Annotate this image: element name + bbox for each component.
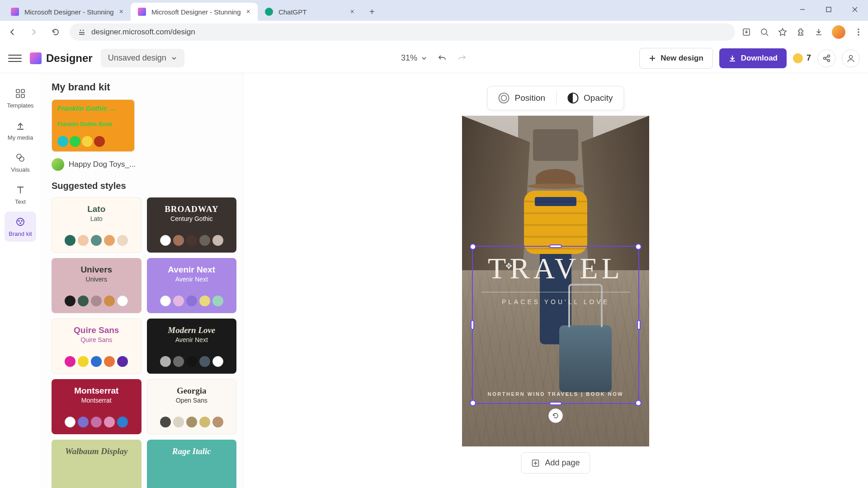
style-swatches	[65, 356, 128, 367]
swatch	[104, 296, 115, 306]
browser-tab[interactable]: Microsoft Designer - Stunning ×	[4, 3, 131, 21]
style-card[interactable]: Rage Italic	[147, 440, 237, 488]
add-page-button[interactable]: Add page	[521, 452, 590, 474]
text-icon	[14, 184, 26, 196]
extensions-icon[interactable]	[796, 27, 806, 37]
rotate-handle[interactable]	[548, 408, 563, 423]
install-app-icon[interactable]	[741, 27, 751, 37]
design-canvas[interactable]: TRAVEL PLACES YOU'LL LOVE NORTHERN WIND …	[462, 116, 649, 446]
credits-badge[interactable]: 7	[793, 53, 811, 63]
resize-handle-br[interactable]	[635, 400, 642, 406]
kebab-menu-icon[interactable]	[854, 27, 863, 37]
new-design-button[interactable]: New design	[639, 48, 712, 69]
resize-handle-tl[interactable]	[470, 244, 476, 250]
button-label: Add page	[545, 458, 580, 468]
brand-kit-row[interactable]: Happy Dog Toys_...	[52, 158, 236, 171]
maximize-button[interactable]	[816, 0, 842, 19]
opacity-button[interactable]: Opacity	[557, 86, 623, 110]
close-icon[interactable]: ×	[350, 8, 354, 16]
svg-point-25	[19, 157, 24, 161]
style-card[interactable]: UniversUnivers	[52, 258, 142, 313]
panel-title: My brand kit	[52, 81, 236, 93]
account-button[interactable]	[842, 49, 860, 67]
design-name-dropdown[interactable]: Unsaved design	[101, 49, 184, 67]
canvas-area[interactable]: Position Opacity TRAVEL	[243, 73, 868, 488]
resize-handle-tr[interactable]	[635, 244, 642, 250]
rail-templates[interactable]: Templates	[5, 83, 36, 113]
close-window-button[interactable]	[842, 0, 868, 19]
style-font-secondary: Lato	[90, 215, 103, 222]
style-card[interactable]: BROADWAYCentury Gothic	[147, 197, 237, 253]
url-field[interactable]: designer.microsoft.com/design	[70, 23, 735, 41]
new-tab-button[interactable]: +	[365, 5, 379, 19]
swatch	[57, 136, 68, 147]
style-card[interactable]: Modern LoveAvenir Next	[147, 319, 237, 374]
resize-handle-tm[interactable]	[549, 244, 562, 248]
rail-my-media[interactable]: My media	[5, 115, 36, 145]
svg-rect-1	[826, 7, 831, 12]
browser-tab[interactable]: ChatGPT ×	[258, 3, 362, 21]
style-card[interactable]: Quire SansQuire Sans	[52, 319, 142, 374]
style-card[interactable]: Walbaum Display	[52, 440, 142, 488]
swatch	[117, 296, 128, 306]
bookmark-icon[interactable]	[778, 27, 788, 37]
share-button[interactable]	[817, 49, 835, 67]
swatch	[91, 296, 102, 306]
close-icon[interactable]: ×	[246, 8, 250, 16]
svg-point-9	[761, 29, 767, 34]
rail-label: Brand kit	[9, 230, 32, 237]
style-card[interactable]: Avenir NextAvenir Next	[147, 258, 237, 313]
back-button[interactable]	[5, 24, 20, 40]
designer-logo[interactable]: Designer	[30, 52, 93, 65]
position-button[interactable]: Position	[487, 86, 556, 110]
svg-rect-20	[16, 89, 19, 93]
swatch	[78, 235, 89, 246]
chatgpt-favicon-icon	[265, 8, 273, 16]
style-swatches	[65, 296, 128, 306]
profile-avatar[interactable]	[832, 25, 845, 39]
style-swatches	[160, 417, 223, 427]
minimize-button[interactable]	[789, 0, 816, 19]
redo-button[interactable]	[457, 53, 467, 63]
close-icon[interactable]: ×	[119, 8, 123, 16]
style-card[interactable]: MontserratMontserrat	[52, 379, 142, 434]
download-button[interactable]: Download	[719, 48, 787, 68]
url-text: designer.microsoft.com/design	[91, 28, 195, 37]
svg-rect-23	[21, 94, 24, 98]
tab-bar: Microsoft Designer - Stunning × Microsof…	[0, 0, 868, 21]
resize-handle-mr[interactable]	[637, 320, 641, 330]
rail-brand-kit[interactable]: Brand kit	[5, 211, 36, 242]
swatch	[117, 356, 128, 367]
swatch	[65, 235, 75, 246]
style-card[interactable]: LatoLato	[52, 197, 142, 253]
rail-text[interactable]: Text	[5, 179, 36, 210]
rail-visuals[interactable]: Visuals	[5, 147, 36, 178]
site-info-icon[interactable]	[78, 28, 86, 36]
swatch	[212, 235, 223, 246]
brand-kit-card[interactable]: Franklin Gothic … Franklin Gothic Book	[52, 99, 135, 152]
zoom-dropdown[interactable]: 31%	[401, 53, 427, 63]
app-header: Designer Unsaved design 31% New design D…	[0, 43, 868, 73]
kit-thumbnail-icon	[52, 158, 64, 171]
credits-count: 7	[807, 53, 811, 63]
downloads-icon[interactable]	[814, 27, 824, 37]
browser-tab[interactable]: Microsoft Designer - Stunning ×	[131, 3, 258, 21]
selection-box[interactable]	[472, 246, 639, 404]
resize-handle-ml[interactable]	[471, 320, 474, 330]
undo-button[interactable]	[437, 53, 447, 63]
hamburger-menu-button[interactable]	[8, 55, 22, 62]
zoom-icon[interactable]	[760, 27, 769, 37]
resize-handle-bl[interactable]	[470, 400, 476, 406]
upload-icon	[14, 120, 26, 131]
swatch	[199, 356, 210, 367]
svg-point-4	[80, 30, 81, 31]
forward-button[interactable]	[26, 24, 42, 40]
style-card[interactable]: GeorgiaOpen Sans	[147, 379, 237, 434]
opacity-icon	[567, 93, 578, 103]
swatch	[199, 235, 210, 246]
svg-point-5	[83, 30, 84, 31]
swatch	[173, 296, 184, 306]
reload-button[interactable]	[48, 24, 63, 40]
resize-handle-bm[interactable]	[549, 402, 562, 405]
swatch	[78, 296, 89, 306]
